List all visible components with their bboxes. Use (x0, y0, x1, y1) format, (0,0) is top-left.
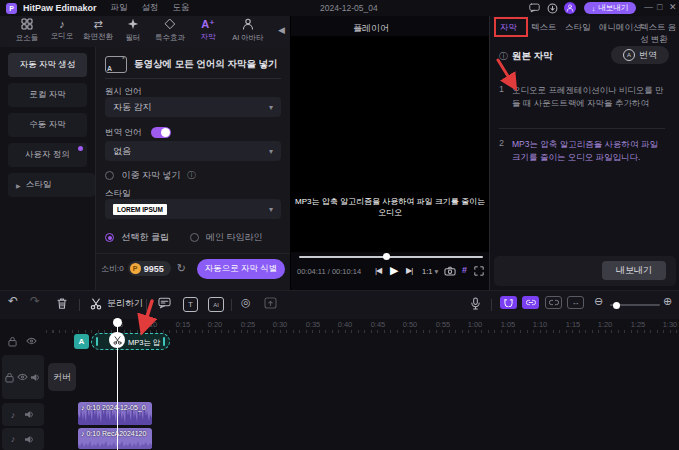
ai-tool-icon[interactable]: AI (208, 297, 224, 312)
style-preview-badge: LOREM IPSUM (113, 204, 167, 215)
chevron-down-icon: ▾ (269, 103, 273, 112)
minimize-button[interactable]: — (644, 2, 653, 12)
audio-clip-2-text: ♪ 0:10 RecA2024120 (81, 430, 146, 437)
audio-track1-header: ♪ (2, 403, 44, 426)
translate-language-dropdown[interactable]: 없음 ▾ (105, 141, 281, 161)
tab-text[interactable]: 텍스트 (531, 22, 557, 34)
dual-subtitle-label: 이중 자막 넣기 (122, 170, 181, 180)
style-dropdown[interactable]: LOREM IPSUM ▾ (105, 199, 281, 219)
next-frame-button[interactable]: ▶| (406, 266, 412, 275)
feedback-icon[interactable] (529, 3, 540, 13)
menu-file[interactable]: 파일 (111, 2, 128, 14)
export-button[interactable]: ↓ 내보내기 (584, 2, 636, 14)
tab-tts[interactable]: 텍스트 음성 변환 (640, 22, 679, 46)
ruler-tick-label: 0:35 (298, 320, 328, 329)
track4-note-icon[interactable]: ♪ (11, 434, 16, 444)
selected-clip-radio[interactable] (105, 233, 114, 242)
snapshot-icon[interactable] (444, 266, 456, 276)
source-language-dropdown[interactable]: 자동 감지 ▾ (105, 97, 281, 117)
text-tool-icon[interactable]: T (183, 297, 198, 312)
track2-lock-icon[interactable] (5, 372, 14, 383)
sidebar-item-style[interactable]: ▶ 스타일 (8, 173, 95, 197)
subtitle-row-2[interactable]: 2 MP3는 압축 알고리즘을 사용하여 파일 크기를 줄이는 오디오 파일입니… (499, 138, 671, 164)
track1-eye-icon[interactable] (26, 337, 37, 345)
sidebar-item-auto-subtitle[interactable]: 자동 자막 생성 (8, 53, 87, 77)
translate-button[interactable]: A 번역 (611, 46, 669, 64)
video-viewport[interactable]: MP3는 압축 알고리즘을 사용하여 파일 크기를 줄이는 오디오 (291, 36, 489, 252)
panel-export-button[interactable]: 내보내기 (602, 261, 666, 280)
menu-settings[interactable]: 설정 (142, 2, 159, 14)
sidebar-item-label: 사용자 정의 (25, 149, 70, 161)
video-subtitle-overlay[interactable]: MP3는 압축 알고리즘을 사용하여 파일 크기를 줄이는 오디오 (292, 194, 488, 220)
subtitle-text[interactable]: 오디오로 프레젠테이션이나 비디오를 만들 때 사운드트랙에 자막을 추가하여 (512, 84, 664, 110)
main-timeline-label: 메인 타임라인 (206, 232, 263, 242)
subtitle-number: 2 (499, 138, 504, 164)
refresh-icon[interactable]: ↻ (177, 262, 186, 275)
track2-eye-icon[interactable] (17, 373, 28, 381)
media-toolbar: 요소들 ♪ 오디오 ⇄ 화면전환 필터 특수효과 A⁺ 자막 AI 아바타 ◀ (0, 16, 290, 48)
subtitle-track-badge[interactable]: A (74, 334, 89, 349)
clip-handle-left[interactable] (96, 337, 98, 346)
track3-note-icon[interactable]: ♪ (11, 410, 16, 420)
credits-pill[interactable]: P 9955 (128, 261, 171, 276)
record-mic-icon[interactable] (470, 297, 481, 310)
menu-help[interactable]: 도움 (173, 2, 190, 14)
import-media-icon[interactable] (264, 297, 277, 309)
zoom-out-icon[interactable]: ⊖ (594, 295, 603, 308)
voice-changer-icon[interactable]: ◎ (241, 296, 251, 309)
auto-identify-button[interactable]: 자동으로 자막 식별 (197, 259, 285, 279)
auto-identify-label: 자동으로 자막 식별 (205, 263, 278, 275)
track3-mute-icon[interactable] (24, 410, 35, 419)
coin-icon: P (130, 263, 141, 274)
export-bar: 내보내기 (494, 256, 676, 286)
grid-icon[interactable]: # (462, 265, 467, 275)
link-icon[interactable] (522, 296, 539, 309)
tab-animation[interactable]: 애니메이션 (599, 22, 642, 34)
zoom-slider-knob[interactable] (613, 302, 620, 309)
close-button[interactable]: ✕ (669, 2, 677, 12)
translate-button-label: 번역 (639, 49, 657, 62)
collapse-toolbar-icon[interactable]: ◀ (278, 25, 285, 35)
dual-subtitle-checkbox[interactable] (105, 171, 114, 180)
dual-subtitle-row[interactable]: 이중 자막 넣기 ⓘ (105, 169, 196, 182)
fit-timeline-icon[interactable]: ↔ (567, 296, 584, 309)
zoom-in-icon[interactable]: ⊕ (663, 295, 672, 308)
sidebar-item-custom[interactable]: 사용자 정의 (8, 143, 87, 167)
sidebar-item-manual-subtitle[interactable]: 수동 자막 (8, 113, 87, 137)
consume-label: 소비:0 (101, 263, 124, 274)
cover-button-label: 커버 (53, 371, 71, 384)
playhead-knob[interactable] (113, 318, 122, 327)
zoom-slider[interactable] (610, 304, 660, 306)
seek-knob[interactable] (383, 253, 390, 260)
redo-icon[interactable]: ↷ (30, 294, 40, 308)
tab-ai-avatar[interactable]: AI 아바타 (223, 18, 273, 43)
unlink-icon[interactable] (545, 296, 562, 309)
trash-icon[interactable] (56, 297, 68, 310)
translate-toggle[interactable] (151, 127, 171, 138)
download-icon[interactable] (547, 3, 558, 14)
track2-mute-icon[interactable] (30, 373, 41, 382)
track4-mute-icon[interactable] (24, 435, 35, 444)
effects-icon (164, 18, 176, 30)
track1-lock-icon[interactable] (8, 336, 17, 347)
audio-clip-2[interactable]: ♪ 0:10 RecA2024120 (78, 428, 152, 449)
subtitle-text-selected[interactable]: MP3는 압축 알고리즘을 사용하여 파일 크기를 줄이는 오디오 파일입니다. (512, 138, 664, 164)
prev-frame-button[interactable]: |◀ (375, 266, 381, 275)
fullscreen-icon[interactable] (474, 266, 484, 276)
profile-avatar[interactable] (564, 2, 576, 14)
sidebar-item-local-subtitle[interactable]: 로컬 자막 (8, 83, 87, 107)
play-button[interactable]: ▶ (390, 264, 398, 277)
undo-icon[interactable]: ↶ (8, 294, 18, 308)
ratio-selector[interactable]: 1:1 ▾ (422, 267, 438, 276)
tab-style[interactable]: 스타일 (565, 22, 591, 34)
maximize-button[interactable]: □ (657, 2, 662, 12)
magnet-icon[interactable] (500, 296, 517, 309)
sidebar-item-label: 로컬 자막 (29, 89, 65, 101)
divider (79, 299, 80, 311)
cover-button[interactable]: 커버 (48, 363, 76, 391)
main-timeline-radio[interactable] (190, 233, 199, 242)
seek-bar[interactable] (299, 256, 483, 258)
audio-clip-1[interactable]: ♪ 0:10 2024-12-05_0 (78, 402, 152, 425)
selected-clip-label: 선택한 클립 (122, 232, 170, 242)
scissors-icon (90, 298, 102, 310)
